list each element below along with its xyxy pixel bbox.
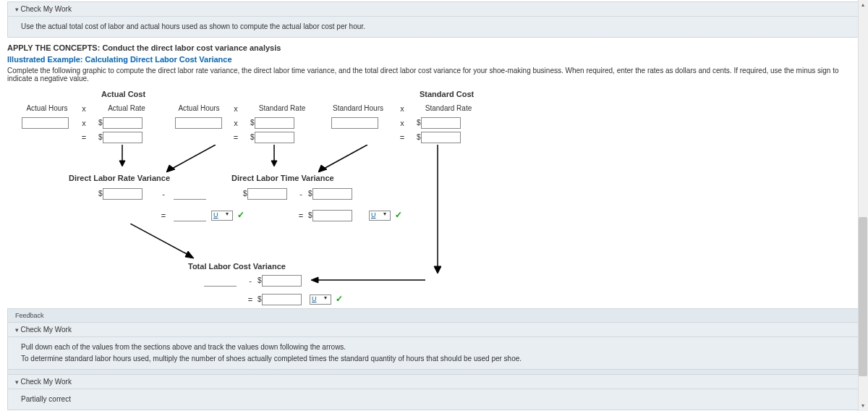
scroll-down-arrow[interactable]: ▾ — [858, 401, 868, 411]
total-variance-label: Total Labor Cost Variance — [188, 262, 286, 271]
x-op-r1a: x — [80, 119, 88, 127]
x-sym-2: x — [231, 104, 240, 113]
scroll-up-arrow[interactable]: ▴ — [858, 0, 868, 10]
rate-var-result[interactable] — [174, 210, 206, 221]
rate-variance-label: Direct Labor Rate Variance — [69, 174, 170, 182]
svg-marker-13 — [311, 277, 318, 283]
time-var-a[interactable] — [247, 188, 287, 200]
feedback-3-body: Partially correct — [8, 389, 860, 410]
dollar-6: $ — [417, 133, 421, 141]
eq-tot: = — [246, 295, 255, 304]
standard-hours-input[interactable] — [331, 117, 378, 129]
arrow-down-1 — [119, 145, 126, 166]
check-my-work-toggle-1[interactable]: Check My Work — [8, 2, 860, 17]
col-standard-hours: Standard Hours — [326, 104, 391, 112]
dollar-4: $ — [98, 133, 103, 141]
arrow-long-down — [398, 145, 441, 275]
feedback-text-1: Use the actual total cost of labor and a… — [8, 17, 860, 37]
illustrated-example-link[interactable]: Illustrated Example: Calculating Direct … — [7, 55, 861, 64]
dollar-tv1: $ — [243, 190, 247, 198]
arrow-down-2 — [271, 145, 278, 166]
rate-var-uf-select[interactable]: U — [211, 211, 233, 221]
feedback-box-2: Feedback Check My Work Pull down each of… — [7, 308, 861, 370]
eq-op-3: = — [398, 133, 407, 142]
caret-2: ▾ — [383, 211, 386, 217]
time-var-result[interactable] — [312, 210, 352, 221]
minus-tot: - — [246, 276, 255, 285]
time-var-uf-select[interactable]: U — [369, 211, 391, 221]
svg-line-6 — [323, 145, 367, 169]
time-variance-label: Direct Labor Time Variance — [231, 174, 334, 182]
col-standard-rate-1: Standard Rate — [253, 104, 311, 112]
x-op-r1c: x — [398, 119, 407, 127]
arrow-left-to-total — [311, 276, 427, 284]
col-actual-rate: Actual Rate — [101, 104, 152, 112]
minus-rv: - — [159, 190, 168, 198]
total-var-a[interactable] — [204, 275, 237, 287]
actual-rate-input[interactable] — [103, 117, 142, 129]
dollar-2: $ — [250, 119, 255, 127]
dollar-rv1: $ — [98, 190, 103, 198]
rate-var-a[interactable] — [103, 188, 142, 200]
svg-marker-7 — [318, 165, 327, 172]
fb2-line2: To determine standard labor hours used, … — [21, 353, 847, 365]
caret-3: ▾ — [324, 295, 327, 301]
actual-hours-input-1[interactable] — [22, 117, 69, 129]
arrow-diag-1 — [166, 145, 217, 174]
arrow-rate-to-total — [130, 224, 195, 260]
x-op-r1b: x — [231, 119, 240, 127]
dollar-3: $ — [417, 119, 421, 127]
checkmark-rate: ✓ — [237, 210, 244, 220]
fb2-line1: Pull down each of the values from the se… — [21, 342, 847, 353]
check-my-work-toggle-2[interactable]: Check My Work — [8, 323, 860, 337]
total-var-b[interactable] — [262, 275, 302, 287]
total-var-result[interactable] — [262, 294, 302, 305]
standard-rate-input-1[interactable] — [255, 117, 294, 129]
check-my-work-toggle-3[interactable]: Check My Work — [8, 375, 860, 389]
apply-concepts-heading: APPLY THE CONCEPTS: Conduct the direct l… — [7, 43, 861, 52]
time-var-b[interactable] — [312, 188, 352, 200]
svg-marker-1 — [119, 161, 125, 166]
x-sym-3: x — [398, 104, 407, 113]
dollar-tv2: $ — [308, 190, 312, 198]
eq-op-1: = — [80, 133, 88, 142]
feedback-2-body: Pull down each of the values from the se… — [8, 337, 860, 369]
dollar-tot3: $ — [258, 295, 262, 303]
standard-cost-header: Standard Cost — [420, 90, 474, 98]
dollar-5: $ — [250, 133, 255, 141]
rate-var-b[interactable] — [174, 188, 206, 200]
ah-sr-result[interactable] — [255, 132, 294, 143]
minus-tv: - — [297, 190, 305, 198]
eq-op-2: = — [231, 133, 240, 142]
standard-cost-result[interactable] — [421, 132, 461, 143]
feedback-box-top: Feedback Check My Work Use the actual to… — [7, 1, 861, 38]
eq-tv: = — [297, 211, 305, 220]
svg-marker-5 — [271, 161, 277, 166]
caret-1: ▾ — [226, 211, 229, 217]
actual-cost-result[interactable] — [103, 132, 142, 143]
actual-cost-header: Actual Cost — [101, 90, 145, 98]
scroll-thumb[interactable] — [859, 217, 867, 376]
vertical-scrollbar[interactable]: ▴ ▾ — [858, 0, 868, 411]
instructions-text: Complete the following graphic to comput… — [7, 67, 861, 82]
x-sym-1: x — [80, 104, 88, 113]
total-var-uf-select[interactable]: U — [310, 295, 331, 305]
svg-marker-9 — [434, 266, 441, 274]
svg-marker-11 — [185, 251, 194, 258]
actual-hours-input-2[interactable] — [175, 117, 222, 129]
svg-line-2 — [171, 145, 216, 169]
svg-marker-3 — [166, 165, 175, 172]
standard-rate-input-2[interactable] — [421, 117, 461, 129]
dollar-1: $ — [98, 119, 103, 127]
col-standard-rate-2: Standard Rate — [420, 104, 477, 112]
col-actual-hours-1: Actual Hours — [22, 104, 72, 112]
arrow-diag-2 — [318, 145, 369, 174]
variance-diagram: Actual Cost Standard Cost Actual Hours x… — [7, 90, 861, 357]
dollar-tot2: $ — [258, 276, 262, 284]
eq-rv: = — [159, 211, 168, 220]
dollar-tv3: $ — [308, 211, 312, 219]
svg-line-10 — [130, 224, 190, 255]
col-actual-hours-2: Actual Hours — [174, 104, 224, 112]
feedback-2-head: Feedback — [8, 309, 860, 323]
checkmark-total: ✓ — [336, 294, 343, 304]
